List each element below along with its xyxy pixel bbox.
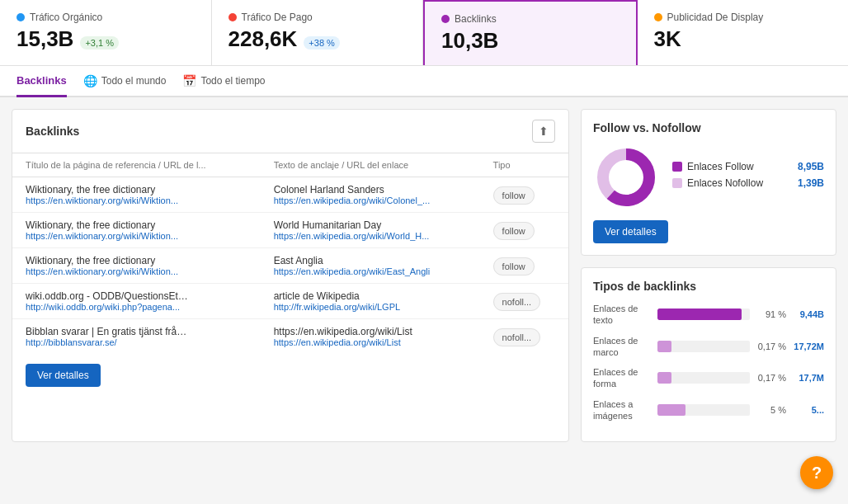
metric-value-trafico-organico: 15,3B bbox=[16, 26, 73, 52]
follow-nofollow-title: Follow vs. Nofollow bbox=[593, 121, 824, 134]
tipos-backlinks-card: Tipos de backlinks Enlaces de texto 91 %… bbox=[581, 267, 836, 442]
metric-label-trafico-organico: Tráfico Orgánico bbox=[30, 12, 102, 23]
cell-tipo-0: follow bbox=[480, 177, 568, 213]
bar-fill-1 bbox=[657, 341, 671, 352]
metric-label-publicidad-display: Publicidad De Display bbox=[667, 12, 764, 23]
cell-anchor-4: https://en.wikipedia.org/wiki/List https… bbox=[261, 319, 480, 355]
ver-detalles-button-2[interactable]: Ver detalles bbox=[593, 220, 668, 243]
cell-source-4: Bibblan svarar | En gratis tjänst från S… bbox=[12, 319, 261, 355]
ver-detalles-button[interactable]: Ver detalles bbox=[26, 364, 101, 387]
bar-track-2 bbox=[657, 372, 750, 384]
svg-point-2 bbox=[610, 161, 643, 194]
backlinks-table: Título de la página de referencia / URL … bbox=[12, 153, 568, 354]
tipo-badge-2: follow bbox=[493, 257, 535, 276]
metric-dot-trafico-pago bbox=[228, 13, 237, 21]
metric-dot-backlinks bbox=[441, 15, 450, 23]
bar-label-3: Enlaces a imágenes bbox=[593, 398, 651, 422]
tab-backlinks[interactable]: Backlinks bbox=[16, 66, 67, 97]
table-header-row: Título de la página de referencia / URL … bbox=[12, 153, 568, 177]
donut-chart bbox=[593, 144, 659, 210]
col-source-header: Título de la página de referencia / URL … bbox=[12, 153, 261, 177]
backlinks-panel: Backlinks ⬆ Título de la página de refer… bbox=[12, 109, 569, 442]
metric-value-backlinks: 10,3B bbox=[441, 28, 498, 54]
bar-pct-1: 0,17 % bbox=[756, 341, 786, 351]
table-row: Wiktionary, the free dictionary https://… bbox=[12, 177, 568, 213]
bar-count-2: 17,7M bbox=[793, 373, 824, 383]
follow-dot bbox=[672, 162, 682, 172]
bar-row-3: Enlaces a imágenes 5 % 5... bbox=[593, 398, 824, 422]
table-row: Wiktionary, the free dictionary https://… bbox=[12, 248, 568, 284]
bar-count-0: 9,44B bbox=[793, 309, 824, 319]
legend-items: Enlaces Follow 8,95B Enlaces Nofollow 1,… bbox=[672, 161, 824, 194]
metric-badge-trafico-pago: +38 % bbox=[304, 36, 340, 49]
legend-follow: Enlaces Follow 8,95B bbox=[672, 161, 824, 172]
bar-count-1: 17,72M bbox=[793, 341, 824, 351]
table-row: Bibblan svarar | En gratis tjänst från S… bbox=[12, 319, 568, 355]
tipos-bars: Enlaces de texto 91 % 9,44B Enlaces de m… bbox=[593, 303, 824, 422]
cell-anchor-1: World Humanitarian Day https://en.wikipe… bbox=[261, 213, 480, 248]
cell-source-3: wiki.oddb.org - ODDB/QuestionsEtRep... h… bbox=[12, 284, 261, 319]
metric-card-trafico-pago[interactable]: Tráfico De Pago 228,6K +38 % bbox=[212, 0, 424, 65]
metric-value-publicidad-display: 3K bbox=[654, 26, 681, 52]
bar-track-0 bbox=[657, 309, 750, 320]
bar-label-2: Enlaces de forma bbox=[593, 366, 651, 390]
cell-tipo-3: nofoll... bbox=[480, 284, 568, 319]
col-anchor-header: Texto de anclaje / URL del enlace bbox=[261, 153, 480, 177]
tipo-badge-4: nofoll... bbox=[493, 328, 540, 346]
panel-header: Backlinks ⬆ bbox=[12, 110, 568, 153]
nofollow-label: Enlaces Nofollow bbox=[687, 177, 793, 189]
cell-source-2: Wiktionary, the free dictionary https://… bbox=[12, 248, 261, 284]
col-tipo-header: Tipo bbox=[480, 153, 568, 177]
cell-source-0: Wiktionary, the free dictionary https://… bbox=[12, 177, 261, 213]
bar-label-1: Enlaces de marco bbox=[593, 335, 651, 359]
cell-anchor-3: article de Wikipedia http://fr.wikipedia… bbox=[261, 284, 480, 319]
metric-label-backlinks: Backlinks bbox=[455, 13, 497, 25]
metric-card-trafico-organico[interactable]: Tráfico Orgánico 15,3B +3,1 % bbox=[0, 0, 212, 65]
bar-row-2: Enlaces de forma 0,17 % 17,7M bbox=[593, 366, 824, 390]
metric-card-backlinks[interactable]: Backlinks 10,3B bbox=[423, 0, 638, 65]
bar-fill-0 bbox=[657, 309, 742, 320]
donut-section: Enlaces Follow 8,95B Enlaces Nofollow 1,… bbox=[593, 144, 824, 210]
bar-pct-3: 5 % bbox=[756, 405, 786, 415]
metric-label-trafico-pago: Tráfico De Pago bbox=[242, 12, 313, 23]
bar-pct-2: 0,17 % bbox=[756, 373, 786, 383]
tipo-badge-1: follow bbox=[493, 222, 535, 240]
metric-badge-trafico-organico: +3,1 % bbox=[80, 36, 119, 49]
bar-pct-0: 91 % bbox=[756, 309, 786, 319]
tab-filter-todo-el-tiempo[interactable]: 📅Todo el tiempo bbox=[182, 74, 265, 87]
table-row: Wiktionary, the free dictionary https://… bbox=[12, 213, 568, 248]
cell-tipo-1: follow bbox=[480, 213, 568, 248]
bar-track-3 bbox=[657, 404, 750, 416]
cell-source-1: Wiktionary, the free dictionary https://… bbox=[12, 213, 261, 248]
bar-count-3: 5... bbox=[793, 405, 824, 415]
metric-value-trafico-pago: 228,6K bbox=[228, 26, 298, 52]
tipos-backlinks-title: Tipos de backlinks bbox=[593, 280, 824, 293]
cell-tipo-4: nofoll... bbox=[480, 319, 568, 355]
bar-row-0: Enlaces de texto 91 % 9,44B bbox=[593, 303, 824, 327]
tipo-badge-3: nofoll... bbox=[493, 293, 540, 311]
nofollow-value: 1,39B bbox=[798, 177, 824, 189]
follow-label: Enlaces Follow bbox=[687, 161, 793, 172]
tab-bar: Backlinks🌐Todo el mundo📅Todo el tiempo bbox=[0, 66, 848, 97]
follow-nofollow-card: Follow vs. Nofollow Enlaces Fo bbox=[581, 109, 836, 256]
metric-dot-publicidad-display bbox=[654, 13, 662, 21]
bar-label-0: Enlaces de texto bbox=[593, 303, 651, 327]
metric-dot-trafico-organico bbox=[16, 13, 25, 21]
legend-nofollow: Enlaces Nofollow 1,39B bbox=[672, 177, 824, 189]
bar-fill-3 bbox=[657, 404, 685, 416]
bar-fill-2 bbox=[657, 372, 671, 384]
tab-filter-todo-el-mundo[interactable]: 🌐Todo el mundo bbox=[83, 74, 167, 87]
metric-card-publicidad-display[interactable]: Publicidad De Display 3K bbox=[638, 0, 849, 65]
follow-value: 8,95B bbox=[798, 161, 824, 172]
metrics-bar: Tráfico Orgánico 15,3B +3,1 % Tráfico De… bbox=[0, 0, 848, 66]
right-panel: Follow vs. Nofollow Enlaces Fo bbox=[581, 109, 836, 442]
cell-anchor-2: East Anglia https://en.wikipedia.org/wik… bbox=[261, 248, 480, 284]
nofollow-dot bbox=[672, 178, 682, 188]
panel-title: Backlinks bbox=[26, 125, 79, 138]
main-content: Backlinks ⬆ Título de la página de refer… bbox=[0, 97, 848, 454]
table-row: wiki.oddb.org - ODDB/QuestionsEtRep... h… bbox=[12, 284, 568, 319]
cell-tipo-2: follow bbox=[480, 248, 568, 284]
export-button[interactable]: ⬆ bbox=[532, 120, 555, 143]
bar-row-1: Enlaces de marco 0,17 % 17,72M bbox=[593, 335, 824, 359]
tipo-badge-0: follow bbox=[493, 186, 535, 205]
